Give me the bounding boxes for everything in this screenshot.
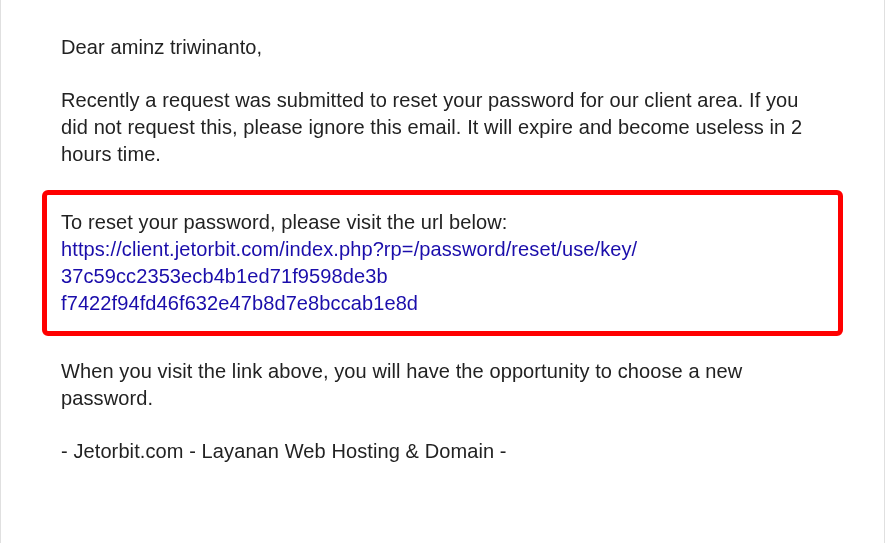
signature-text: - Jetorbit.com - Layanan Web Hosting & D… xyxy=(61,438,824,465)
email-body: Dear aminz triwinanto, Recently a reques… xyxy=(1,0,884,495)
reset-url-part2: 37c59cc2353ecb4b1ed71f9598de3b xyxy=(61,265,388,287)
greeting-text: Dear aminz triwinanto, xyxy=(61,34,824,61)
followup-text: When you visit the link above, you will … xyxy=(61,358,824,412)
intro-text: Recently a request was submitted to rese… xyxy=(61,87,824,168)
reset-section: To reset your password, please visit the… xyxy=(61,209,822,317)
reset-instruction-text: To reset your password, please visit the… xyxy=(61,211,507,233)
password-reset-link[interactable]: https://client.jetorbit.com/index.php?rp… xyxy=(61,238,637,314)
reset-url-part1: https://client.jetorbit.com/index.php?rp… xyxy=(61,238,637,260)
highlighted-reset-box: To reset your password, please visit the… xyxy=(42,190,843,336)
reset-url-part3: f7422f94fd46f632e47b8d7e8bccab1e8d xyxy=(61,292,418,314)
